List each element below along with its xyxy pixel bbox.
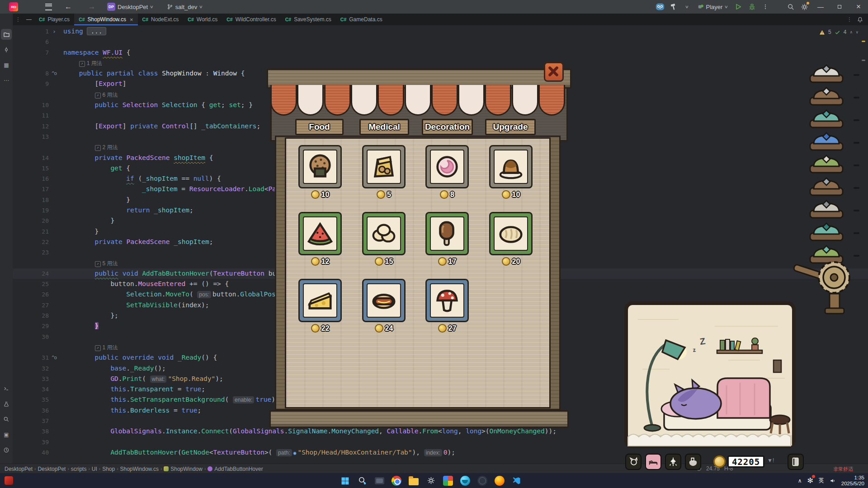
line-number[interactable]: 10 (13, 100, 49, 110)
taskbar-app-firefox[interactable] (494, 475, 505, 486)
line-number[interactable]: 39 (13, 437, 49, 447)
line-number[interactable]: 7 (13, 47, 49, 58)
taskbar-app-folder[interactable] (408, 475, 419, 486)
inspections-widget[interactable]: 5 4 ∧ ∨ (816, 28, 862, 36)
line-number[interactable]: 8 (13, 68, 49, 79)
shop-close-button[interactable] (544, 62, 564, 82)
line-number[interactable]: 9 (13, 79, 49, 89)
language-indicator[interactable]: 英 (819, 477, 824, 484)
taskbar-app-settings[interactable] (425, 475, 436, 486)
editor-tab-world-cs[interactable]: C#World.cs (183, 14, 222, 25)
usages-lens-label[interactable]: 2 用法 (103, 144, 118, 150)
rail-item-history[interactable] (1, 445, 12, 455)
line-number[interactable]: 18 (13, 195, 49, 205)
maximize-button[interactable] (830, 0, 849, 14)
shop-item-senbei[interactable] (298, 145, 342, 188)
editor-tab-nodeext-cs[interactable]: C#NodeExt.cs (138, 14, 184, 25)
line-number[interactable]: 21 (13, 226, 49, 237)
shop-item-popsicle[interactable] (425, 212, 469, 255)
usages-lens-label[interactable]: 1 用法 (87, 60, 102, 66)
tab-options-icon[interactable]: ⋮ (847, 16, 852, 23)
shop-item-watermelon[interactable] (298, 212, 342, 255)
line-number[interactable]: 38 (13, 426, 49, 436)
usages-lens-label[interactable]: 6 用法 (103, 92, 118, 98)
override-marker-icon[interactable]: ^o (52, 352, 57, 363)
hud-button-pet[interactable] (625, 454, 642, 470)
close-tab-icon[interactable]: × (130, 16, 133, 23)
collectible-cake[interactable] (806, 86, 847, 107)
rail-item-terminal[interactable] (1, 383, 12, 394)
override-marker-icon[interactable]: ^o (52, 68, 57, 79)
shop-tab-upgrade[interactable]: Upgrade (485, 119, 536, 135)
taskbar-app-edge[interactable] (460, 475, 471, 486)
editor-tab-shopwindow-cs[interactable]: C#ShopWindow.cs× (74, 14, 137, 25)
collectible-cake[interactable] (806, 108, 847, 129)
settings-gear-icon[interactable] (797, 0, 811, 14)
line-number[interactable]: 32 (13, 363, 49, 374)
line-number[interactable]: 28 (13, 310, 49, 321)
breadcrumb-item[interactable]: ›Shop (99, 466, 115, 472)
shop-item-mushroom[interactable] (425, 279, 469, 322)
line-number[interactable]: 13 (13, 131, 49, 142)
line-number[interactable]: 33 (13, 374, 49, 384)
collectible-cake[interactable] (806, 221, 847, 242)
project-selector[interactable]: DP DesktopPet ∨ (104, 0, 157, 14)
main-menu-icon[interactable] (45, 4, 52, 10)
rail-item-flask[interactable] (1, 399, 12, 409)
line-number[interactable]: 26 (13, 289, 49, 300)
line-number[interactable]: 11 (13, 110, 49, 121)
breadcrumb-item[interactable]: ›ShopWindow (160, 466, 203, 472)
forward-button[interactable]: → (80, 3, 104, 11)
taskbar-app-store[interactable] (443, 475, 453, 486)
close-window-button[interactable]: × (849, 0, 868, 14)
breadcrumb-item[interactable]: ›UI (88, 466, 97, 472)
collectible-cake[interactable] (806, 154, 847, 174)
shop-item-cheese[interactable] (298, 279, 342, 322)
shop-tab-decoration[interactable]: Decoration (422, 119, 473, 135)
line-number[interactable]: 29 (13, 321, 49, 331)
rail-item-build[interactable]: ▣ (1, 429, 12, 440)
line-number[interactable]: 20 (13, 216, 49, 226)
line-number[interactable]: 34 (13, 384, 49, 394)
line-number[interactable]: 30 (13, 332, 49, 342)
rail-item-search[interactable] (1, 414, 12, 425)
editor-tab-wildcontroller-cs[interactable]: C#WildController.cs (222, 14, 280, 25)
collectible-cake[interactable] (806, 176, 847, 197)
rail-item-more[interactable]: ⋯ (1, 75, 12, 86)
rider-logo-icon[interactable]: RD (9, 2, 18, 11)
line-number[interactable]: 15 (13, 163, 49, 174)
gear-contraption[interactable] (790, 245, 858, 317)
search-everywhere-icon[interactable] (784, 0, 797, 14)
taskbar-clock[interactable]: 1:35 2025/5/20 (841, 475, 864, 487)
line-number[interactable]: 37 (13, 416, 49, 426)
taskbar-app-search[interactable] (357, 475, 368, 486)
line-number[interactable]: 40 (13, 447, 49, 458)
debug-button[interactable] (745, 0, 759, 14)
rail-item-commit[interactable] (1, 44, 12, 55)
taskbar-app-globe[interactable] (477, 475, 488, 486)
breadcrumb-item[interactable]: DesktopPet (5, 466, 33, 472)
line-number[interactable]: 16 (13, 174, 49, 184)
line-number[interactable]: 19 (13, 205, 49, 216)
back-button[interactable]: ← (57, 3, 80, 11)
godot-engine-icon[interactable] (653, 0, 667, 14)
exit-door-button[interactable] (788, 454, 804, 470)
editor-tab-savesystem-cs[interactable]: C#SaveSystem.cs (281, 14, 336, 25)
line-number[interactable]: 1 (13, 26, 49, 37)
hud-button-toilet[interactable] (685, 454, 701, 470)
usages-lens-label[interactable]: 1 用法 (103, 344, 118, 351)
tray-chevron-up-icon[interactable]: ∧ (798, 478, 802, 484)
collectible-cake[interactable] (806, 131, 847, 152)
line-number[interactable]: 24 (13, 268, 49, 279)
editor-tab-gamedata-cs[interactable]: C#GameData.cs (336, 14, 387, 25)
run-configuration-selector[interactable]: Player ∨ (694, 0, 731, 14)
shop-item-cookie-bag[interactable] (362, 145, 406, 188)
minimize-button[interactable]: — (811, 0, 830, 14)
shop-item-bread[interactable] (489, 212, 533, 255)
build-hammer-icon[interactable] (667, 0, 680, 14)
breadcrumb-item[interactable]: ›DesktopPet (34, 466, 66, 472)
breadcrumb-item[interactable]: ›AddTabButtonHover (204, 466, 263, 472)
hud-button-bed[interactable] (645, 454, 661, 470)
rail-item-folder[interactable] (1, 29, 12, 40)
fold-arrow-icon[interactable]: › (52, 26, 56, 37)
